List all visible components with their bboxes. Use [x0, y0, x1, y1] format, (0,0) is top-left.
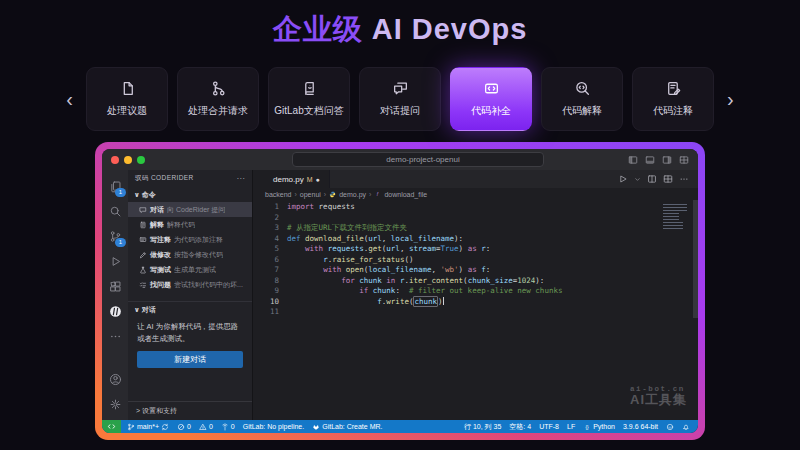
indentation[interactable]: 空格: 4 [509, 422, 531, 432]
branch-status[interactable]: main*+ [127, 423, 169, 431]
issue-icon [119, 80, 136, 97]
activity-item-more[interactable] [102, 324, 128, 349]
back-icon[interactable] [256, 155, 266, 165]
editor-actions [618, 174, 698, 184]
chat-hint-text: 让 AI 为你解释代码，提供思路或者生成测试。 [128, 317, 252, 346]
ports-count[interactable]: 0 [221, 423, 235, 431]
layout-grid-icon[interactable] [679, 155, 689, 165]
traffic-lights [111, 156, 145, 164]
feature-tab-label: 代码补全 [471, 104, 511, 118]
layout-grid-icon[interactable] [663, 174, 673, 184]
warnings-count[interactable]: 0 [199, 423, 213, 431]
chat-icon [139, 206, 147, 214]
sidebar-menu-button[interactable]: ⋯ [237, 174, 245, 183]
forward-icon[interactable] [274, 155, 284, 165]
eol-indicator[interactable]: LF [567, 423, 575, 430]
breadcrumb[interactable]: backend›openui›demo.py›fdownload_file [253, 188, 698, 200]
sidebar-footer-settings[interactable]: > 设置和支持 [128, 401, 252, 420]
carousel-next-button[interactable]: › [723, 89, 738, 109]
gitlab-pipeline-status[interactable]: GitLab: No pipeline. [243, 423, 304, 430]
activity-item-search[interactable] [102, 199, 128, 224]
breadcrumb-item[interactable]: demo.py [339, 191, 366, 198]
breadcrumb-item[interactable]: openui [300, 191, 321, 198]
cursor-position[interactable]: 行 10, 列 35 [464, 422, 501, 432]
explain-icon [139, 221, 147, 229]
errors-count[interactable]: 0 [177, 423, 191, 431]
notifications[interactable] [682, 423, 690, 431]
language-mode[interactable]: {}Python [583, 423, 615, 431]
line-text: with requests.get(url, stream=True) as r… [287, 244, 490, 255]
carousel-prev-button[interactable]: ‹ [62, 89, 77, 109]
remote-indicator[interactable] [102, 420, 121, 433]
activity-item-account[interactable] [102, 367, 128, 392]
command-center-search[interactable]: demo-project-openui [292, 152, 544, 167]
dirty-indicator: ● [316, 176, 320, 183]
sidebar-command[interactable]: 写测试生成单元测试 [128, 262, 252, 277]
close-button[interactable] [111, 156, 119, 164]
feature-tab[interactable]: 代码解释 [541, 67, 623, 131]
sidebar-section-commands[interactable]: ∨ 命令 [128, 187, 252, 202]
line-text: with open(local_filename, 'wb') as f: [287, 265, 490, 276]
inline-suggestion: chunk [413, 296, 438, 307]
sidebar-section-chat[interactable]: ∨ 对话 [128, 302, 252, 317]
activity-item-source-control[interactable]: 1 [102, 224, 128, 249]
line-number: 7 [253, 265, 287, 276]
line-number: 3 [253, 223, 287, 234]
account-icon [109, 373, 122, 386]
page-title-highlight: 企业级 [273, 13, 363, 45]
page: 企业级 AI DevOps ‹ 处理议题处理合并请求GitLab文档问答对话提问… [0, 0, 800, 450]
sidebar-right-icon[interactable] [662, 155, 672, 165]
sidebar-left-icon[interactable] [628, 155, 638, 165]
breadcrumb-item[interactable]: download_file [384, 191, 427, 198]
sidebar-command[interactable]: 找问题尝试找到代码中的坏... [128, 277, 252, 292]
activity-item-extensions[interactable] [102, 274, 128, 299]
feedback[interactable] [666, 423, 674, 431]
activity-item-coderider[interactable] [102, 299, 128, 324]
split-editor-icon[interactable] [647, 174, 657, 184]
panel-bottom-icon[interactable] [645, 155, 655, 165]
breadcrumb-separator: › [294, 191, 296, 198]
run-icon[interactable] [618, 174, 628, 184]
activity-item-files[interactable]: 1 [102, 174, 128, 199]
scrollbar[interactable] [693, 200, 698, 318]
feature-tab[interactable]: 对话提问 [359, 67, 441, 131]
activity-item-run-debug[interactable] [102, 249, 128, 274]
maximize-button[interactable] [137, 156, 145, 164]
feature-tab[interactable]: 处理合并请求 [177, 67, 259, 131]
sidebar-command[interactable]: 对话向 CodeRider 提问 [128, 202, 252, 217]
python-version[interactable]: 3.9.6 64-bit [623, 423, 658, 430]
code-line: 11 [253, 307, 698, 318]
svg-text:{}: {} [586, 424, 590, 429]
sidebar-command[interactable]: 写注释为代码添加注释 [128, 232, 252, 247]
editor-window-frame: demo-project-openui 11 驭码 CODERIDER ⋯ ∨ … [95, 142, 705, 440]
code-explain-icon [574, 80, 591, 97]
gitlab-create-mr[interactable]: GitLab: Create MR. [312, 423, 382, 431]
chevron-down-icon[interactable] [634, 176, 641, 183]
extensions-icon [109, 280, 122, 293]
editor-tab-demo-py[interactable]: demo.py M ● [253, 170, 330, 188]
git-modified-badge: M [307, 176, 313, 183]
code-line: 9 if chunk: # filter out keep-alive new … [253, 286, 698, 297]
more-icon[interactable] [679, 174, 689, 184]
encoding[interactable]: UTF-8 [539, 423, 559, 430]
feature-tab-label: 处理议题 [107, 104, 147, 118]
sidebar-command[interactable]: 解释解释代码 [128, 217, 252, 232]
settings-gear-icon [109, 398, 122, 411]
sidebar-command[interactable]: 做修改按指令修改代码 [128, 247, 252, 262]
activity-badge: 1 [115, 188, 126, 197]
text-cursor [443, 297, 444, 305]
line-number: 11 [253, 307, 287, 318]
code-line: 1import requests [253, 202, 698, 213]
tanuki-icon [312, 423, 320, 431]
breadcrumb-item[interactable]: backend [265, 191, 291, 198]
new-chat-button[interactable]: 新建对话 [137, 351, 243, 368]
chevron-right-icon: > [136, 407, 140, 414]
activity-item-settings-gear[interactable] [102, 392, 128, 417]
feature-tab[interactable]: GitLab文档问答 [268, 67, 350, 131]
feature-tab[interactable]: 处理议题 [86, 67, 168, 131]
feature-tab[interactable]: 代码补全 [450, 67, 532, 131]
feature-tab[interactable]: 代码注释 [632, 67, 714, 131]
minimize-button[interactable] [124, 156, 132, 164]
code-line: 10 f.write(chunk) [253, 297, 698, 308]
warnings-icon [199, 423, 207, 431]
